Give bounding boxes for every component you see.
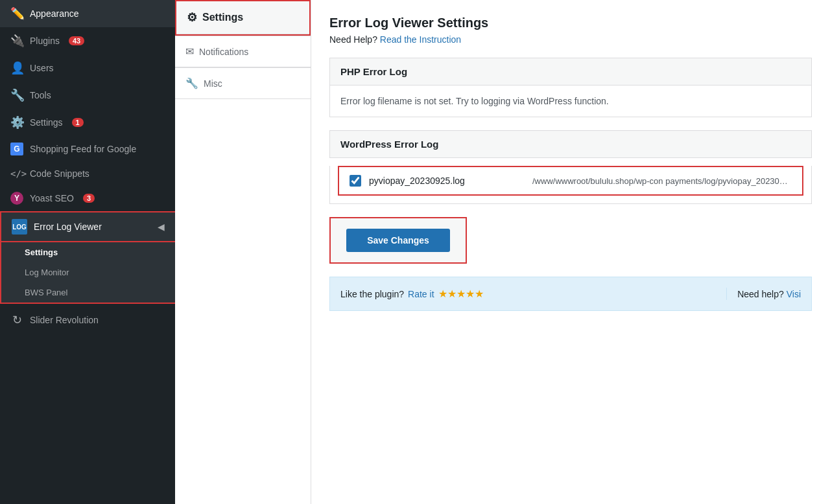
rate-it-link[interactable]: Rate it [408, 289, 434, 299]
chevron-right-icon: ◀ [158, 222, 165, 232]
sidebar-item-tools[interactable]: 🔧 Tools [0, 82, 175, 109]
subnav-tab-label: Notifications [199, 47, 248, 57]
sidebar-item-shopping-feed[interactable]: G Shopping Feed for Google [0, 136, 175, 162]
appearance-icon: ✏️ [10, 6, 23, 21]
users-icon: 👤 [10, 61, 23, 75]
sidebar-item-yoast-seo[interactable]: Y Yoast SEO 3 [0, 185, 175, 211]
sidebar-item-label: Slider Revolution [30, 315, 99, 325]
sidebar-item-plugins[interactable]: 🔌 Plugins 43 [0, 27, 175, 54]
promo-bar: Like the plugin? Rate it ★★★★★ Need help… [329, 277, 812, 311]
subnav-tab-notifications[interactable]: ✉ Notifications [175, 36, 311, 67]
sidebar-item-label: Settings [30, 117, 63, 128]
sidebar-item-label: Shopping Feed for Google [30, 144, 136, 154]
subnav-panel: ⚙ Settings ✉ Notifications 🔧 Misc [175, 0, 311, 504]
settings-icon: ⚙️ [10, 115, 23, 130]
yoast-icon: Y [10, 192, 23, 205]
shopping-feed-icon: G [10, 143, 23, 155]
notifications-tab-icon: ✉ [185, 45, 194, 58]
php-error-log-body: Error log filename is not set. Try to lo… [329, 86, 812, 117]
sidebar-sub-item-bws-panel[interactable]: BWS Panel [1, 282, 175, 303]
misc-tab-icon: 🔧 [185, 77, 198, 89]
promo-right-text: Need help? Visi [737, 289, 801, 299]
promo-like-text: Like the plugin? [340, 289, 404, 299]
tools-icon: 🔧 [10, 88, 23, 102]
subnav-tab-label: Misc [204, 78, 222, 89]
star-rating: ★★★★★ [438, 288, 484, 300]
settings-tab-icon: ⚙ [187, 10, 197, 25]
main-area: ⚙ Settings ✉ Notifications 🔧 Misc Error … [175, 0, 830, 504]
subnav-tab-label: Settings [202, 12, 243, 23]
subnav-tab-misc[interactable]: 🔧 Misc [175, 68, 311, 99]
sidebar-item-label: Error Log Viewer [34, 222, 102, 232]
wordpress-error-log-body: pyviopay_20230925.log /www/wwwroot/bulul… [329, 166, 812, 204]
slider-revolution-icon: ↻ [10, 313, 23, 327]
sidebar-item-appearance[interactable]: ✏️ Appearance [0, 0, 175, 27]
log-filepath: /www/wwwroot/bululu.shop/wp-con payments… [532, 176, 792, 186]
sidebar-sub-item-settings[interactable]: Settings [1, 242, 175, 262]
help-text: Need Help? Read the Instruction [329, 34, 812, 45]
sidebar-submenu: Settings Log Monitor BWS Panel [0, 242, 175, 304]
sidebar-item-users[interactable]: 👤 Users [0, 54, 175, 82]
save-area: Save Changes [329, 217, 812, 264]
sidebar-item-label: Plugins [30, 36, 60, 46]
code-snippets-icon: </> [10, 168, 23, 179]
sidebar-item-label: Code Snippets [30, 168, 89, 179]
read-instruction-link[interactable]: Read the Instruction [380, 34, 461, 45]
promo-right: Need help? Visi [726, 288, 801, 300]
save-changes-button[interactable]: Save Changes [346, 229, 450, 252]
log-file-row: pyviopay_20230925.log /www/wwwroot/bulul… [338, 166, 803, 196]
php-error-log-header: PHP Error Log [329, 58, 812, 86]
content-inner: Error Log Viewer Settings Need Help? Rea… [311, 0, 830, 504]
sidebar-item-slider-revolution[interactable]: ↻ Slider Revolution [0, 306, 175, 334]
page-title: Error Log Viewer Settings [329, 16, 812, 30]
visit-link[interactable]: Visi [787, 289, 801, 299]
sidebar-item-error-log-viewer[interactable]: LOG Error Log Viewer ◀ [0, 211, 175, 242]
wordpress-error-log-header: WordPress Error Log [329, 130, 812, 158]
sub-item-label: Settings [25, 247, 58, 257]
sub-item-label: Log Monitor [25, 268, 69, 277]
sidebar-item-settings[interactable]: ⚙️ Settings 1 [0, 109, 175, 136]
subnav-tab-settings[interactable]: ⚙ Settings [176, 1, 309, 34]
log-file-checkbox[interactable] [350, 175, 361, 187]
php-error-log-text: Error log filename is not set. Try to lo… [340, 96, 801, 106]
sidebar-item-label: Appearance [30, 8, 79, 19]
log-filename: pyviopay_20230925.log [369, 176, 465, 186]
sidebar: ✏️ Appearance 🔌 Plugins 43 👤 Users 🔧 Too… [0, 0, 175, 504]
yoast-badge: 3 [83, 194, 95, 203]
sub-item-label: BWS Panel [25, 288, 67, 297]
settings-badge: 1 [72, 118, 84, 127]
sidebar-sub-item-log-monitor[interactable]: Log Monitor [1, 262, 175, 282]
error-log-viewer-icon: LOG [12, 219, 27, 235]
sidebar-item-label: Yoast SEO [30, 193, 74, 203]
promo-left: Like the plugin? Rate it ★★★★★ [340, 288, 726, 300]
sidebar-item-label: Tools [30, 90, 51, 100]
plugins-badge: 43 [69, 36, 84, 45]
sidebar-item-label: Users [30, 63, 54, 73]
plugins-icon: 🔌 [10, 34, 23, 48]
content-panel: Error Log Viewer Settings Need Help? Rea… [311, 0, 830, 504]
sidebar-item-code-snippets[interactable]: </> Code Snippets [0, 162, 175, 185]
